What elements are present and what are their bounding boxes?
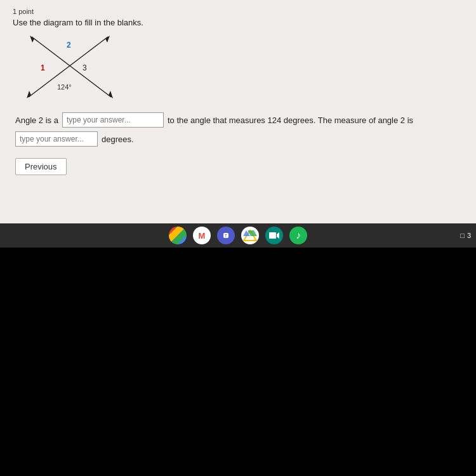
answer-part1: Angle 2 is a (15, 116, 58, 125)
chrome-icon[interactable] (169, 227, 187, 244)
diagram-label-2: 2 (67, 41, 71, 50)
points-label: 1 point (13, 8, 463, 15)
answer-part3: degrees. (102, 135, 134, 144)
taskbar: M T ♪ □ 3 (0, 223, 476, 248)
previous-button[interactable]: Previous (15, 158, 67, 175)
diagram-container: 2 1 3 124° (19, 34, 121, 103)
instructions: Use the diagram to fill in the blanks. (13, 18, 463, 27)
meet-icon[interactable] (265, 227, 283, 244)
drive-icon[interactable] (241, 227, 259, 244)
svg-rect-11 (269, 232, 276, 239)
diagram-label-1: 1 (41, 63, 45, 72)
black-area (0, 248, 476, 476)
answer-input-2[interactable] (15, 131, 98, 147)
diagram-angle-label: 124° (57, 83, 72, 91)
teams-icon[interactable]: T (217, 227, 235, 244)
svg-marker-12 (277, 232, 279, 239)
screen-content: 1 point Use the diagram to fill in the b… (0, 0, 476, 248)
svg-text:T: T (225, 234, 228, 238)
question-area: 1 point Use the diagram to fill in the b… (0, 0, 476, 175)
spotify-icon[interactable]: ♪ (289, 227, 307, 244)
answer-row: Angle 2 is a to the angle that measures … (13, 112, 463, 147)
angle-diagram: 2 1 3 124° (19, 34, 121, 103)
taskbar-window-icon: □ (460, 232, 465, 239)
answer-part2: to the angle that measures 124 degrees. … (168, 116, 413, 125)
diagram-label-3: 3 (83, 63, 87, 72)
answer-input-1[interactable] (62, 112, 164, 128)
taskbar-right: □ 3 (460, 232, 471, 239)
gmail-icon[interactable]: M (193, 227, 211, 244)
taskbar-count: 3 (467, 232, 471, 239)
